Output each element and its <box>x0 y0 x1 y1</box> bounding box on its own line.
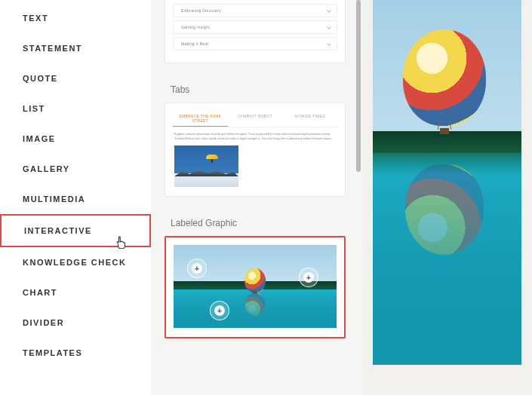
hotspot-marker <box>299 268 318 287</box>
preview-gap <box>373 369 521 384</box>
tab-label: CHARIOT ROBOT <box>228 111 283 127</box>
sidebar-item-gallery[interactable]: GALLERY <box>0 154 151 184</box>
preview-hero-image <box>373 0 521 365</box>
sidebar-item-multimedia[interactable]: MULTIMEDIA <box>0 184 151 214</box>
tab-label: NOWISE TIMES <box>282 111 337 127</box>
sidebar-item-text[interactable]: TEXT <box>0 3 151 33</box>
sidebar-item-label: TEXT <box>23 14 48 23</box>
sidebar-item-quote[interactable]: QUOTE <box>0 63 151 93</box>
paraglider-icon <box>206 155 218 162</box>
section-label-labeled-graphic: Labeled Graphic <box>171 218 346 228</box>
sidebar-item-statement[interactable]: STATEMENT <box>0 33 151 63</box>
preview-pane <box>362 0 532 395</box>
tabs-body-text: Explore creative processes that let you … <box>174 132 336 141</box>
sidebar-item-divider[interactable]: DIVIDER <box>0 308 151 338</box>
hotspot-marker <box>210 301 229 320</box>
accordion-row: Making It Real <box>173 37 337 51</box>
accordion-preview: Embracing Discovery Gaining Insight Maki… <box>173 4 337 51</box>
sidebar-item-label: IMAGE <box>23 134 56 143</box>
section-label-tabs: Tabs <box>171 84 346 95</box>
sidebar-item-label: GALLERY <box>23 164 70 173</box>
sidebar-item-chart[interactable]: CHART <box>0 277 151 308</box>
block-card-accordion[interactable]: Embracing Discovery Gaining Insight Maki… <box>165 0 346 63</box>
sidebar-item-label: STATEMENT <box>23 44 82 53</box>
sidebar-item-label: LIST <box>23 104 45 113</box>
sidebar-item-label: INTERACTIVE <box>24 226 92 235</box>
tabs-preview-body: Explore creative processes that let you … <box>173 127 337 187</box>
hotspot-marker <box>187 259 207 278</box>
scrollbar-thumb[interactable] <box>356 0 361 172</box>
sidebar-item-templates[interactable]: TEMPLATES <box>0 338 151 368</box>
sidebar-item-label: QUOTE <box>23 74 58 83</box>
tab-label: EMBRACE THE FUNK STREET <box>173 111 228 127</box>
pointer-cursor-icon <box>116 235 127 249</box>
sidebar-item-list[interactable]: LIST <box>0 93 151 124</box>
sidebar-item-interactive[interactable]: INTERACTIVE <box>0 214 151 247</box>
labeled-graphic-preview <box>174 245 337 328</box>
accordion-row: Embracing Discovery <box>173 4 337 17</box>
block-gallery-scrollbar[interactable] <box>355 0 362 395</box>
sidebar-item-label: DIVIDER <box>23 318 64 327</box>
block-card-labeled-graphic[interactable] <box>165 236 346 338</box>
sidebar: TEXT STATEMENT QUOTE LIST IMAGE GALLERY … <box>0 0 151 395</box>
sidebar-item-label: CHART <box>23 288 57 297</box>
balloon-icon <box>244 268 266 292</box>
tabs-preview-image <box>174 145 238 187</box>
balloon-icon <box>403 29 486 126</box>
accordion-row: Gaining Insight <box>173 20 337 34</box>
sidebar-item-knowledge-check[interactable]: KNOWLEDGE CHECK <box>0 247 151 277</box>
block-card-tabs[interactable]: EMBRACE THE FUNK STREET CHARIOT ROBOT NO… <box>165 103 346 197</box>
tabs-preview-header: EMBRACE THE FUNK STREET CHARIOT ROBOT NO… <box>173 111 337 127</box>
sidebar-item-image[interactable]: IMAGE <box>0 124 151 154</box>
sidebar-item-label: KNOWLEDGE CHECK <box>23 258 126 267</box>
sidebar-item-label: MULTIMEDIA <box>23 194 85 204</box>
sidebar-item-label: TEMPLATES <box>23 348 82 357</box>
block-gallery: Embracing Discovery Gaining Insight Maki… <box>151 0 355 395</box>
